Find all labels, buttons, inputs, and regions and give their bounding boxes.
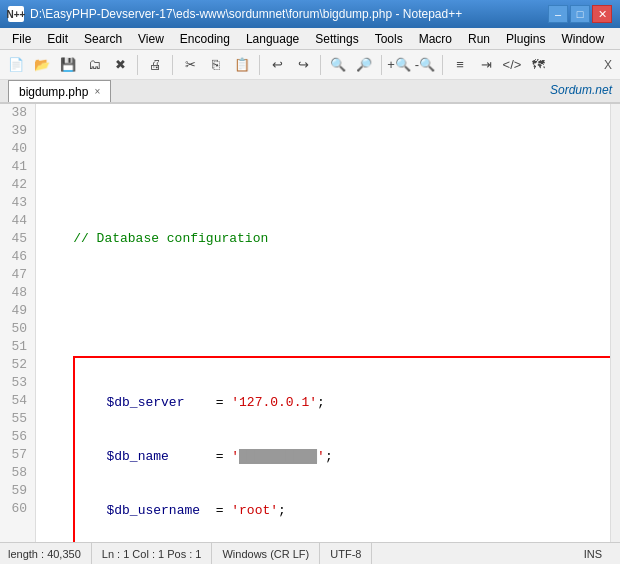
line-num-46: 46 xyxy=(8,248,27,266)
app-icon: N++ xyxy=(8,6,24,22)
code-line-39: // Database configuration xyxy=(42,230,604,248)
status-length: length : 40,350 xyxy=(8,543,92,564)
undo-button[interactable]: ↩ xyxy=(265,53,289,77)
new-button[interactable]: 📄 xyxy=(4,53,28,77)
line-num-55: 55 xyxy=(8,410,27,428)
status-bar: length : 40,350 Ln : 1 Col : 1 Pos : 1 W… xyxy=(0,542,620,564)
minimize-button[interactable]: – xyxy=(548,5,568,23)
status-line-ending: Windows (CR LF) xyxy=(212,543,320,564)
html-button[interactable]: </> xyxy=(500,53,524,77)
copy-button[interactable]: ⎘ xyxy=(204,53,228,77)
menu-edit[interactable]: Edit xyxy=(39,30,76,48)
line-num-59: 59 xyxy=(8,482,27,500)
line-num-49: 49 xyxy=(8,302,27,320)
line-num-51: 51 xyxy=(8,338,27,356)
window-controls: – □ ✕ xyxy=(548,5,612,23)
tab-bar: bigdump.php × Sordum.net xyxy=(0,80,620,104)
line-numbers: 38 39 40 41 42 43 44 45 46 47 48 49 50 5… xyxy=(0,104,36,542)
save-all-button[interactable]: 🗂 xyxy=(82,53,106,77)
line-num-45: 45 xyxy=(8,230,27,248)
editor-container: 38 39 40 41 42 43 44 45 46 47 48 49 50 5… xyxy=(0,104,620,542)
line-num-40: 40 xyxy=(8,140,27,158)
indent-button[interactable]: ≡ xyxy=(448,53,472,77)
line-num-53: 53 xyxy=(8,374,27,392)
wrap-button[interactable]: ⇥ xyxy=(474,53,498,77)
line-num-42: 42 xyxy=(8,176,27,194)
menu-search[interactable]: Search xyxy=(76,30,130,48)
tab-close-icon[interactable]: × xyxy=(94,86,100,97)
toolbar-separator-4 xyxy=(320,55,321,75)
code-line-40 xyxy=(42,302,604,320)
toolbar-separator-6 xyxy=(442,55,443,75)
redo-button[interactable]: ↪ xyxy=(291,53,315,77)
open-button[interactable]: 📂 xyxy=(30,53,54,77)
tab-bigdump[interactable]: bigdump.php × xyxy=(8,80,111,102)
toolbar-separator-5 xyxy=(381,55,382,75)
cut-button[interactable]: ✂ xyxy=(178,53,202,77)
save-button[interactable]: 💾 xyxy=(56,53,80,77)
line-num-56: 56 xyxy=(8,428,27,446)
code-line-42: $db_name = '██████████'; xyxy=(75,448,610,466)
menu-bar: File Edit Search View Encoding Language … xyxy=(0,28,620,50)
menu-view[interactable]: View xyxy=(130,30,172,48)
print-button[interactable]: 🖨 xyxy=(143,53,167,77)
line-num-47: 47 xyxy=(8,266,27,284)
line-num-39: 39 xyxy=(8,122,27,140)
line-num-44: 44 xyxy=(8,212,27,230)
menu-settings[interactable]: Settings xyxy=(307,30,366,48)
status-encoding: UTF-8 xyxy=(320,543,372,564)
line-num-41: 41 xyxy=(8,158,27,176)
menu-macro[interactable]: Macro xyxy=(411,30,460,48)
line-num-38: 38 xyxy=(8,104,27,122)
window-title: D:\EasyPHP-Devserver-17\eds-www\sordumne… xyxy=(30,7,548,21)
zoom-in-button[interactable]: +🔍 xyxy=(387,53,411,77)
toolbar-separator-3 xyxy=(259,55,260,75)
toolbar-separator-1 xyxy=(137,55,138,75)
code-line-43: $db_username = 'root'; xyxy=(75,502,610,520)
code-area[interactable]: // Database configuration $db_server = '… xyxy=(36,104,610,542)
menu-plugins[interactable]: Plugins xyxy=(498,30,553,48)
line-num-60: 60 xyxy=(8,500,27,518)
close-button-tb[interactable]: ✖ xyxy=(108,53,132,77)
paste-button[interactable]: 📋 xyxy=(230,53,254,77)
menu-language[interactable]: Language xyxy=(238,30,307,48)
tab-list: bigdump.php × xyxy=(8,80,111,102)
x-label: X xyxy=(604,58,616,72)
menu-tools[interactable]: Tools xyxy=(367,30,411,48)
line-num-52: 52 xyxy=(8,356,27,374)
menu-window[interactable]: Window xyxy=(553,30,612,48)
menu-run[interactable]: Run xyxy=(460,30,498,48)
find-replace-button[interactable]: 🔎 xyxy=(352,53,376,77)
line-num-58: 58 xyxy=(8,464,27,482)
toolbar: 📄 📂 💾 🗂 ✖ 🖨 ✂ ⎘ 📋 ↩ ↪ 🔍 🔎 +🔍 -🔍 ≡ ⇥ </> … xyxy=(0,50,620,80)
menu-encoding[interactable]: Encoding xyxy=(172,30,238,48)
maximize-button[interactable]: □ xyxy=(570,5,590,23)
map-button[interactable]: 🗺 xyxy=(526,53,550,77)
close-button[interactable]: ✕ xyxy=(592,5,612,23)
line-num-50: 50 xyxy=(8,320,27,338)
tab-label: bigdump.php xyxy=(19,85,88,99)
zoom-out-button[interactable]: -🔍 xyxy=(413,53,437,77)
menu-help[interactable]: ? xyxy=(612,30,620,48)
line-num-43: 43 xyxy=(8,194,27,212)
toolbar-separator-2 xyxy=(172,55,173,75)
code-line-38 xyxy=(42,158,604,176)
line-num-54: 54 xyxy=(8,392,27,410)
status-position: Ln : 1 Col : 1 Pos : 1 xyxy=(92,543,213,564)
find-button[interactable]: 🔍 xyxy=(326,53,350,77)
line-num-57: 57 xyxy=(8,446,27,464)
code-line-41: $db_server = '127.0.0.1'; xyxy=(75,394,610,412)
line-num-48: 48 xyxy=(8,284,27,302)
scrollbar[interactable] xyxy=(610,104,620,542)
status-insert: INS xyxy=(574,543,612,564)
menu-file[interactable]: File xyxy=(4,30,39,48)
title-bar: N++ D:\EasyPHP-Devserver-17\eds-www\sord… xyxy=(0,0,620,28)
site-branding: Sordum.net xyxy=(550,83,612,99)
boxed-group: $db_server = '127.0.0.1'; $db_name = '██… xyxy=(73,356,610,542)
